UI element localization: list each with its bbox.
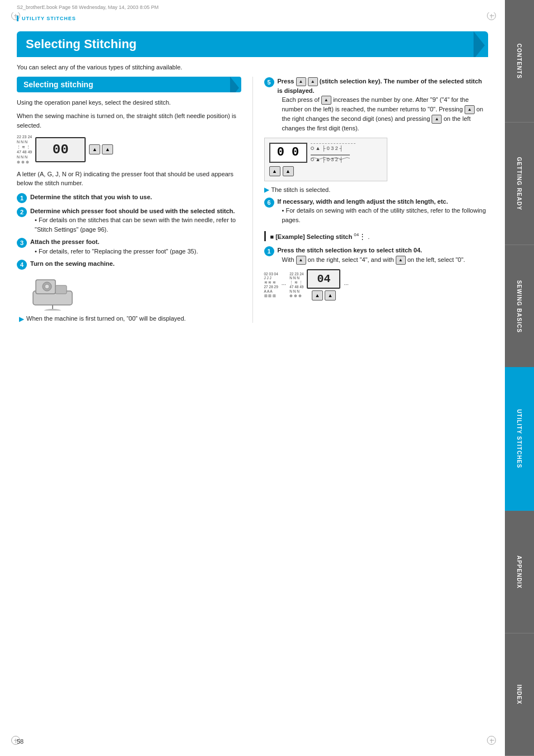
display-controls-right: ▲ ├ 0 3 2 ┤ ▲ ├ 0 3 2 ┤ (311, 143, 382, 162)
step-2-text: Determine which presser foot should be u… (30, 206, 241, 234)
sewing-machine-illustration (30, 274, 241, 313)
control-line-1: ▲ ├ 0 3 2 ┤ (311, 145, 382, 151)
step-2-number: 2 (17, 207, 27, 217)
example-stitch-icons-right: 22 23 24 N N N ⋮ ≋ ⋮ 47 48 49 N N N ⊕ ⊕ … (289, 272, 303, 298)
main-content: S2_brotherE.book Page 58 Wednesday, May … (0, 0, 505, 756)
example-stitch-icons-left: 02 03 04 J J J ≋ ≋ ≋ 27 28 29 A A A ⊞ ⊞ … (264, 272, 278, 298)
ellipsis-1: ··· (282, 281, 286, 288)
key-btn-right[interactable]: ▲ (102, 144, 113, 154)
filename: S2_brotherE.book Page 58 Wednesday, May … (17, 4, 158, 10)
step-3: 3 Attach the presser foot. • For details… (17, 237, 241, 256)
key-icon-left-5[interactable]: ▲ (296, 77, 306, 86)
two-column-layout: Selecting stitching Using the operation … (17, 77, 488, 323)
key-btn-step5-left[interactable]: ▲ (269, 166, 280, 176)
step-6: 6 If necessary, width and length adjust … (264, 197, 489, 225)
tab-label-sewing-basics: SEWING BASICS (514, 272, 525, 340)
key-btn-step5-right[interactable]: ▲ (283, 166, 294, 176)
example-key-buttons: ▲ ▲ (312, 290, 336, 300)
key-icon-left[interactable]: ▲ (432, 115, 442, 124)
step5-result-text: The stitch is selected. (271, 186, 331, 193)
sidebar-tab-index[interactable]: INDEX (505, 633, 534, 756)
svg-marker-1 (230, 77, 239, 92)
svg-point-5 (45, 284, 49, 289)
step-4-result-text: When the machine is first turned on, “00… (26, 315, 186, 322)
step-5: 5 Press ▲ ▲ (stitch selection key). The … (264, 77, 489, 133)
step-5-number: 5 (264, 77, 274, 87)
stitch-panel: 22 23 24 N N N ⋮≋⋮ 47 48 49 N N N ⊕⊕⊕ 00 (17, 134, 241, 165)
stitch-icons-left: 22 23 24 N N N ⋮≋⋮ 47 48 49 N N N ⊕⊕⊕ (17, 134, 32, 165)
sub-section-box: Selecting stitching (17, 77, 241, 92)
sub-intro3: A letter (A, G, J, N or R) indicating th… (17, 170, 241, 188)
control-text-1: ▲ ├ 0 3 2 ┤ (316, 145, 343, 151)
ellipsis-2: ··· (344, 281, 348, 288)
tab-label-contents: CONTENTS (514, 36, 525, 87)
sidebar-tab-sewing-basics[interactable]: SEWING BASICS (505, 245, 534, 368)
key-buttons: ▲ ▲ (89, 144, 113, 154)
section-label: UTILITY STITCHES (17, 16, 76, 21)
step-1-number: 1 (17, 193, 27, 203)
step-3-text: Attach the presser foot. • For details, … (30, 237, 198, 256)
key-row-step5: ▲ ▲ (269, 166, 382, 176)
example-step-1-text: Press the stitch selection keys to selec… (278, 246, 465, 265)
display-screen-step5: 0 0 (269, 143, 307, 163)
svg-point-8 (44, 309, 61, 311)
subsection-arrow (230, 77, 242, 92)
header-bar: S2_brotherE.book Page 58 Wednesday, May … (0, 0, 505, 12)
step-1-text: Determine the stitch that you wish to us… (30, 192, 152, 202)
intro-text-container: You can select any of the various types … (17, 63, 488, 72)
right-sidebar: CONTENTS GETTING READY SEWING BASICS UTI… (505, 0, 534, 756)
sidebar-tab-getting-ready[interactable]: GETTING READY (505, 123, 534, 245)
sub-intro2: When the sewing machine is turned on, th… (17, 111, 241, 130)
control-circle-2 (311, 158, 314, 161)
col-left: Selecting stitching Using the operation … (17, 77, 253, 323)
example-title: ■ [Example] Selecting stitch (270, 233, 354, 240)
svg-rect-6 (55, 285, 67, 294)
step-1: 1 Determine the stitch that you wish to … (17, 192, 241, 203)
title-arrow-decoration (474, 31, 489, 57)
key-icon-right-5[interactable]: ▲ (308, 77, 318, 86)
col-right: 5 Press ▲ ▲ (stitch selection key). The … (253, 77, 489, 323)
sub-intro1: Using the operation panel keys, select t… (17, 98, 241, 107)
example-display-container: 04 ▲ ▲ (307, 269, 340, 300)
display-visual-step5: 0 0 ▲ ├ 0 3 2 ┤ (264, 138, 387, 181)
control-text-2: ▲ ├ 0 3 2 ┤ (316, 157, 343, 162)
step-3-number: 3 (17, 238, 27, 248)
example-step-1-number: 1 (264, 246, 274, 256)
step-4-result: ▶ When the machine is first turned on, “… (19, 315, 241, 323)
result-arrow: ▶ (19, 315, 24, 323)
tab-label-index: INDEX (514, 677, 525, 713)
key-icon-ex-left[interactable]: ▲ (396, 256, 406, 265)
step-2: 2 Determine which presser foot should be… (17, 206, 241, 234)
key-btn-left[interactable]: ▲ (89, 144, 100, 154)
example-key-left[interactable]: ▲ (312, 290, 323, 300)
step-5-text: Press ▲ ▲ (stitch selection key). The nu… (278, 77, 489, 133)
step-4-text: Turn on the sewing machine. (30, 259, 115, 269)
display-top-row: 0 0 ▲ ├ 0 3 2 ┤ (269, 143, 382, 163)
display-screen: 00 (35, 137, 86, 162)
section-label-container: UTILITY STITCHES (17, 12, 488, 22)
key-icon-ex-right[interactable]: ▲ (296, 256, 306, 265)
step-4-number: 4 (17, 260, 27, 270)
tab-label-utility-stitches: UTILITY STITCHES (514, 402, 525, 477)
key-icon-right[interactable]: ▲ (465, 105, 475, 114)
step5-result-arrow: ▶ (264, 186, 269, 194)
page-title: Selecting Stitching (26, 37, 137, 51)
example-stitch-panel: 02 03 04 J J J ≋ ≋ ≋ 27 28 29 A A A ⊞ ⊞ … (264, 269, 489, 300)
sewing-machine-svg (30, 274, 75, 311)
sidebar-tab-utility-stitches[interactable]: UTILITY STITCHES (505, 367, 534, 511)
svg-marker-0 (474, 31, 485, 57)
example-display-row: 02 03 04 J J J ≋ ≋ ≋ 27 28 29 A A A ⊞ ⊞ … (264, 269, 489, 300)
wavy-separator (311, 152, 350, 156)
key-icon-detail[interactable]: ▲ (321, 96, 331, 105)
step-6-text: If necessary, width and length adjust th… (278, 197, 489, 225)
example-display-screen: 04 (307, 269, 340, 289)
control-circle-1 (311, 147, 314, 150)
page-number: 58 (17, 738, 24, 745)
page-title-container: Selecting Stitching (17, 31, 488, 57)
example-key-right[interactable]: ▲ (325, 290, 336, 300)
step-5-result: ▶ The stitch is selected. (264, 186, 489, 194)
sidebar-tab-appendix[interactable]: APPENDIX (505, 511, 534, 633)
step-6-number: 6 (264, 198, 274, 208)
sidebar-tab-contents[interactable]: CONTENTS (505, 0, 534, 123)
tab-label-appendix: APPENDIX (514, 548, 525, 597)
